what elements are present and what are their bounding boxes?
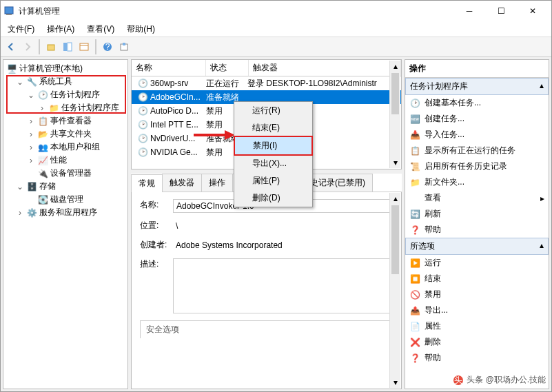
up-button[interactable] (43, 39, 59, 54)
col-status[interactable]: 状态 (206, 60, 249, 76)
window-title: 计算机管理 (19, 6, 453, 17)
wrench-icon: 🔧 (26, 76, 37, 87)
tree-local-users[interactable]: ›👥本地用户和组 (5, 141, 126, 154)
col-trigger[interactable]: 触发器 (249, 60, 401, 76)
tree-services[interactable]: ›⚙️服务和应用程序 (5, 206, 126, 219)
actions-section-library: 任务计划程序库▴ (405, 78, 549, 95)
tree-task-scheduler[interactable]: ⌄🕑任务计划程序 (5, 88, 126, 101)
perf-icon: 📈 (37, 155, 48, 166)
running-icon: 📋 (409, 145, 420, 156)
field-description[interactable] (173, 258, 393, 313)
disable-icon: 🚫 (409, 289, 420, 300)
help-button[interactable]: ? (100, 39, 115, 54)
menu-view[interactable]: 查看(V) (84, 22, 117, 37)
import-icon: 📥 (409, 130, 420, 141)
col-name[interactable]: 名称 (132, 60, 206, 76)
forward-button[interactable] (20, 39, 35, 54)
ctx-delete[interactable]: 删除(D) (234, 189, 312, 207)
clock-icon: 🕑 (37, 90, 48, 101)
menu-help[interactable]: 帮助(H) (124, 22, 158, 37)
svg-rect-5 (80, 43, 88, 50)
tree-performance[interactable]: ›📈性能 (5, 154, 126, 167)
action-refresh[interactable]: 🔄刷新 (405, 206, 549, 222)
actions-section-selected: 所选项▴ (405, 238, 549, 255)
action-create-task[interactable]: 🆕创建任务... (405, 111, 549, 127)
task-icon: 🕑 (137, 119, 148, 130)
tree-storage[interactable]: ⌄🗄️存储 (5, 180, 126, 193)
actions-pane-header: 操作 (405, 60, 549, 78)
svg-rect-4 (68, 43, 72, 51)
action-delete[interactable]: ❌删除 (405, 334, 549, 350)
action-enable-history[interactable]: 📜启用所有任务历史记录 (405, 158, 549, 174)
action-end[interactable]: ⏹️结束 (405, 271, 549, 287)
action-show-running[interactable]: 📋显示所有正在运行的任务 (405, 143, 549, 158)
action-properties[interactable]: 📄属性 (405, 318, 549, 334)
action-new-folder[interactable]: 📁新文件夹... (405, 174, 549, 190)
tree-shared-folders[interactable]: ›📂共享文件夹 (5, 127, 126, 141)
svg-rect-2 (48, 45, 54, 50)
tab-triggers[interactable]: 触发器 (162, 174, 202, 192)
task-new-icon: 🆕 (409, 114, 420, 125)
back-button[interactable] (3, 39, 19, 54)
properties-button[interactable] (76, 39, 92, 54)
svg-text:?: ? (105, 42, 110, 52)
task-icon: 🕑 (137, 105, 148, 116)
detail-scrollbar[interactable]: ▴▾ (389, 193, 400, 388)
task-icon: 🕑 (137, 92, 148, 103)
action-run[interactable]: ▶️运行 (405, 255, 549, 271)
action-export[interactable]: 📤导出... (405, 302, 549, 318)
action-view[interactable]: 查看▸ (405, 190, 549, 206)
properties-icon: 📄 (409, 321, 420, 332)
label-description: 描述: (140, 258, 173, 270)
menu-file[interactable]: 文件(F) (5, 22, 37, 37)
task-icon: 🕑 (137, 78, 148, 89)
tab-general[interactable]: 常规 (131, 174, 163, 192)
svg-rect-0 (5, 7, 13, 14)
tree-device-manager[interactable]: 🔌设备管理器 (5, 167, 126, 180)
device-icon: 🔌 (37, 168, 48, 179)
export-button[interactable] (116, 39, 132, 54)
tree-task-scheduler-library[interactable]: ›📁任务计划程序库 (5, 101, 126, 114)
menu-action[interactable]: 操作(A) (44, 22, 77, 37)
task-icon: 🕑 (409, 98, 420, 109)
field-author: Adobe Systems Incorporated (173, 239, 393, 251)
help-icon: ❓ (409, 225, 420, 236)
app-icon (3, 6, 14, 17)
context-menu: 运行(R) 结束(E) 禁用(I) 导出(X)... 属性(P) 删除(D) (234, 101, 313, 207)
view-toggle-button[interactable] (60, 39, 75, 54)
minimize-button[interactable]: ─ (453, 1, 485, 21)
ctx-properties[interactable]: 属性(P) (234, 172, 312, 189)
ctx-disable[interactable]: 禁用(I) (234, 136, 313, 156)
tree-system-tools[interactable]: ⌄🔧系统工具 (5, 75, 126, 88)
task-icon: 🕑 (137, 147, 148, 158)
view-icon (409, 193, 420, 204)
ctx-run[interactable]: 运行(R) (234, 102, 312, 119)
maximize-button[interactable]: ☐ (485, 1, 517, 21)
tree-root[interactable]: 🖥️计算机管理(本地) (5, 62, 126, 75)
tree-disk-management[interactable]: 💽磁盘管理 (5, 193, 126, 206)
ctx-export[interactable]: 导出(X)... (234, 155, 312, 172)
history-icon: 📜 (409, 161, 420, 172)
svg-rect-1 (6, 14, 12, 15)
event-icon: 📋 (37, 116, 48, 127)
folder-new-icon: 📁 (409, 177, 420, 188)
label-author: 创建者: (140, 239, 173, 251)
list-scrollbar[interactable]: ▴▾ (389, 61, 400, 168)
ctx-end[interactable]: 结束(E) (234, 119, 312, 136)
task-row[interactable]: 🕑360wp-srv正在运行登录 DESKTOP-1LO98I2\Adminis… (132, 76, 401, 90)
delete-icon: ❌ (409, 337, 420, 348)
close-button[interactable]: ✕ (517, 1, 549, 21)
action-create-basic-task[interactable]: 🕑创建基本任务... (405, 95, 549, 111)
chevron-up-icon[interactable]: ▴ (540, 81, 544, 92)
tree-event-viewer[interactable]: ›📋事件查看器 (5, 114, 126, 127)
tab-actions[interactable]: 操作 (201, 174, 233, 192)
play-icon: ▶️ (409, 258, 420, 269)
security-options-groupbox: 安全选项 (140, 320, 393, 338)
action-help2[interactable]: ❓帮助 (405, 350, 549, 366)
action-import-task[interactable]: 📥导入任务... (405, 127, 549, 143)
label-location: 位置: (140, 220, 173, 231)
svg-rect-3 (63, 43, 67, 51)
action-help[interactable]: ❓帮助 (405, 222, 549, 238)
action-disable[interactable]: 🚫禁用 (405, 287, 549, 302)
chevron-up-icon[interactable]: ▴ (540, 240, 544, 252)
